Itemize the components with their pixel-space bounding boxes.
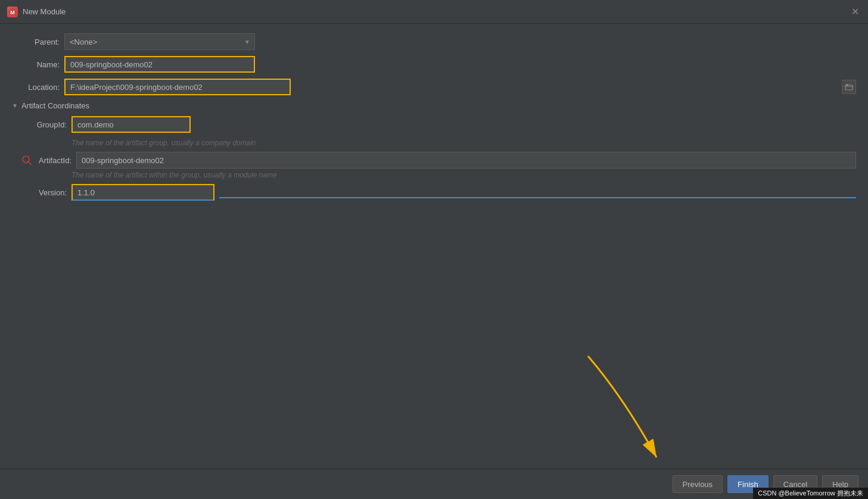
dialog-footer: Previous Finish Cancel Help	[0, 469, 868, 499]
title-bar: M New Module ✕	[0, 0, 868, 24]
artifactid-input[interactable]	[76, 152, 856, 169]
previous-button[interactable]: Previous	[673, 475, 723, 493]
close-button[interactable]: ✕	[849, 6, 861, 18]
parent-row: Parent: <None> ▼	[12, 33, 856, 50]
artifactid-row: ArtifactId:	[19, 152, 856, 169]
title-bar-left: M New Module	[7, 7, 66, 17]
parent-label: Parent:	[12, 38, 60, 46]
version-input[interactable]	[71, 184, 214, 201]
version-row: Version:	[19, 184, 856, 201]
groupid-row: GroupId:	[19, 116, 856, 133]
name-input[interactable]	[64, 56, 255, 73]
location-label: Location:	[12, 83, 60, 92]
svg-rect-2	[845, 85, 853, 90]
name-row: Name:	[12, 56, 856, 73]
dialog-content: Parent: <None> ▼ Name: Location:	[0, 24, 868, 469]
watermark-text: CSDN @BelieveTomorrow 拥抱未来	[758, 489, 863, 498]
artifact-section-header: ▼ Artifact Coordinates	[12, 101, 856, 110]
new-module-dialog: M New Module ✕ Parent: <None> ▼ Name: Lo…	[0, 0, 868, 499]
svg-text:M: M	[10, 10, 15, 15]
artifactid-hint: The name of the artifact within the grou…	[71, 171, 856, 179]
artifact-section-title: Artifact Coordinates	[21, 101, 89, 110]
artifact-section-content: GroupId: The name of the artifact group,…	[12, 116, 856, 201]
svg-rect-3	[846, 84, 848, 86]
location-input[interactable]	[64, 79, 291, 95]
version-bar	[219, 197, 856, 198]
app-icon: M	[7, 7, 18, 17]
watermark: CSDN @BelieveTomorrow 拥抱未来	[753, 488, 868, 499]
version-label: Version:	[19, 188, 67, 197]
dialog-title: New Module	[23, 7, 66, 16]
parent-select[interactable]: <None>	[64, 33, 255, 50]
groupid-input[interactable]	[71, 116, 191, 133]
browse-button[interactable]	[842, 80, 856, 94]
name-label: Name:	[12, 60, 60, 69]
svg-line-5	[29, 162, 32, 165]
artifactid-label: ArtifactId:	[39, 156, 71, 165]
groupid-hint: The name of the artifact group, usually …	[71, 139, 856, 147]
search-icon	[20, 153, 34, 167]
location-row: Location:	[12, 79, 856, 95]
parent-select-wrapper: <None> ▼	[64, 33, 255, 50]
location-content	[64, 79, 856, 95]
groupid-label: GroupId:	[19, 120, 67, 129]
collapse-icon[interactable]: ▼	[12, 102, 18, 109]
